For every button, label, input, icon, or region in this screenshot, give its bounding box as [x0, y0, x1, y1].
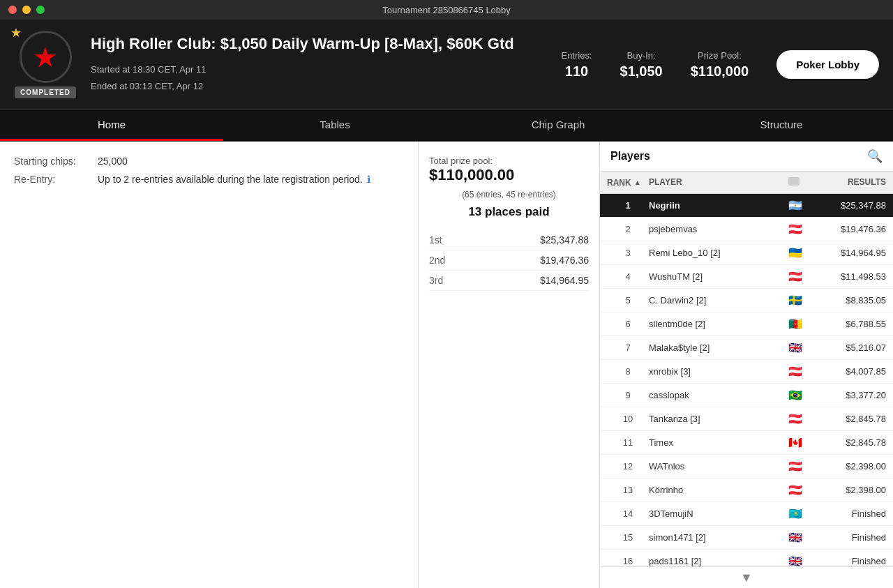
player-flag: 🇧🇷 — [788, 389, 816, 402]
player-name: xnrobix [3] — [649, 366, 788, 377]
starting-chips-label: Starting chips: — [14, 156, 98, 167]
svg-rect-0 — [788, 177, 800, 186]
table-row[interactable]: 9 cassiopak 🇧🇷 $3,377.20 — [600, 384, 893, 407]
player-flag: 🇦🇹 — [788, 223, 816, 236]
table-row[interactable]: 5 C. Darwin2 [2] 🇸🇪 $8,835.05 — [600, 289, 893, 312]
completed-badge: COMPLETED — [15, 86, 76, 98]
player-rank: 3 — [607, 248, 649, 258]
col-results: Results — [816, 177, 886, 188]
table-row[interactable]: 2 psjebemvas 🇦🇹 $19,476.36 — [600, 218, 893, 241]
player-result: Finished — [816, 532, 886, 543]
table-row[interactable]: 14 3DTemujiN 🇰🇿 Finished — [600, 502, 893, 526]
player-rank: 5 — [607, 295, 649, 306]
starting-chips-value: 25,000 — [98, 156, 128, 167]
sort-icon[interactable]: ▲ — [634, 179, 641, 186]
re-entry-value: Up to 2 re-entries available during the … — [98, 174, 363, 185]
main-content: Starting chips: 25,000 Re-Entry: Up to 2… — [0, 142, 893, 588]
prize-pool-label: Prize Pool: — [691, 50, 749, 61]
player-result: $2,845.78 — [816, 414, 886, 424]
player-rank: 2 — [607, 224, 649, 234]
table-row[interactable]: 10 Tankanza [3] 🇦🇹 $2,845.78 — [600, 407, 893, 431]
buyin-label: Buy-In: — [620, 50, 663, 61]
ended-at: Ended at 03:13 CET, Apr 12 — [91, 78, 547, 94]
prize-pos-2: 2nd — [429, 255, 445, 266]
player-name: Malaka$tyle [2] — [649, 342, 788, 353]
places-paid: 13 places paid — [429, 205, 589, 219]
players-table-header: Rank ▲ Player Results — [600, 172, 893, 194]
player-name: C. Darwin2 [2] — [649, 295, 788, 306]
middle-panel: Total prize pool: $110,000.00 (65 entrie… — [419, 142, 600, 588]
tab-chip-graph[interactable]: Chip Graph — [446, 110, 670, 141]
table-row[interactable]: 8 xnrobix [3] 🇦🇹 $4,007.85 — [600, 360, 893, 384]
table-row[interactable]: 6 silentm0de [2] 🇨🇲 $6,788.55 — [600, 312, 893, 336]
player-flag: 🇦🇹 — [788, 365, 816, 378]
player-name: Körrinho — [649, 485, 788, 495]
player-flag: 🇬🇧 — [788, 555, 816, 566]
minimize-button[interactable] — [22, 6, 31, 14]
title-bar: Tournament 2850866745 Lobby — [0, 0, 893, 20]
col-player: Player — [649, 177, 788, 188]
table-row[interactable]: 13 Körrinho 🇦🇹 $2,398.00 — [600, 478, 893, 502]
player-flag: 🇬🇧 — [788, 341, 816, 354]
table-row[interactable]: 11 Timex 🇨🇦 $2,845.78 — [600, 431, 893, 455]
table-row[interactable]: 12 WATnlos 🇦🇹 $2,398.00 — [600, 455, 893, 478]
nav-tabs: Home Tables Chip Graph Structure — [0, 110, 893, 142]
header-stats: Entries: 110 Buy-In: $1,050 Prize Pool: … — [561, 50, 749, 80]
tournament-title: High Roller Club: $1,050 Daily Warm-Up [… — [91, 35, 547, 53]
player-flag: 🇰🇿 — [788, 507, 816, 520]
star-icon: ★ — [10, 25, 22, 40]
prize-pool-value: $110,000 — [691, 63, 749, 80]
player-name: Tankanza [3] — [649, 414, 788, 424]
player-name: silentm0de [2] — [649, 319, 788, 329]
player-flag: 🇸🇪 — [788, 294, 816, 307]
table-row[interactable]: 16 pads1161 [2] 🇬🇧 Finished — [600, 550, 893, 566]
entries-label: Entries: — [561, 50, 592, 61]
pokerstars-logo: ★ — [33, 43, 58, 71]
table-row[interactable]: 4 WushuTM [2] 🇦🇹 $11,498.53 — [600, 265, 893, 289]
maximize-button[interactable] — [36, 6, 45, 14]
player-rank: 9 — [607, 390, 649, 400]
left-panel: Starting chips: 25,000 Re-Entry: Up to 2… — [0, 142, 419, 588]
table-row[interactable]: 3 Remi Lebo_10 [2] 🇺🇦 $14,964.95 — [600, 241, 893, 265]
right-panel: Players 🔍 Rank ▲ Player Results 1 Negrii… — [600, 142, 893, 588]
logo-container: ★ ★ COMPLETED — [14, 31, 77, 98]
player-result: $3,377.20 — [816, 390, 886, 400]
total-prize-pool-amount: $110,000.00 — [429, 166, 589, 184]
poker-lobby-button[interactable]: Poker Lobby — [776, 50, 879, 79]
window-controls — [8, 6, 45, 14]
players-header: Players 🔍 — [600, 142, 893, 172]
players-table[interactable]: 1 Negriin 🇦🇷 $25,347.88 2 psjebemvas 🇦🇹 … — [600, 194, 893, 566]
prize-row-1: 1st $25,347.88 — [429, 230, 589, 250]
logo-circle: ★ — [20, 31, 72, 83]
player-result: Finished — [816, 556, 886, 566]
tab-tables[interactable]: Tables — [223, 110, 446, 141]
player-rank: 14 — [607, 508, 649, 519]
tab-structure[interactable]: Structure — [670, 110, 893, 141]
table-row[interactable]: 1 Negriin 🇦🇷 $25,347.88 — [600, 194, 893, 218]
buyin-value: $1,050 — [620, 63, 663, 80]
table-row[interactable]: 15 simon1471 [2] 🇬🇧 Finished — [600, 526, 893, 550]
info-icon[interactable]: ℹ — [367, 174, 370, 185]
player-flag: 🇨🇦 — [788, 436, 816, 449]
player-name: cassiopak — [649, 390, 788, 400]
player-name: Timex — [649, 437, 788, 448]
table-row[interactable]: 7 Malaka$tyle [2] 🇬🇧 $5,216.07 — [600, 336, 893, 360]
player-name: WATnlos — [649, 461, 788, 472]
entries-info: (65 entries, 45 re-entries) — [429, 190, 589, 199]
prize-pos-3: 3rd — [429, 275, 443, 286]
player-rank: 7 — [607, 342, 649, 353]
re-entry-label: Re-Entry: — [14, 174, 98, 185]
tournament-header: ★ ★ COMPLETED High Roller Club: $1,050 D… — [0, 20, 893, 110]
player-rank: 1 — [607, 200, 649, 211]
scroll-down-icon[interactable]: ▼ — [600, 566, 893, 588]
prize-row-2: 2nd $19,476.36 — [429, 250, 589, 271]
player-name: 3DTemujiN — [649, 508, 788, 519]
player-flag: 🇦🇷 — [788, 199, 816, 212]
player-result: $14,964.95 — [816, 248, 886, 258]
tab-home[interactable]: Home — [0, 110, 223, 141]
buyin-stat: Buy-In: $1,050 — [620, 50, 663, 80]
search-icon[interactable]: 🔍 — [867, 149, 883, 164]
player-result: $2,845.78 — [816, 437, 886, 448]
close-button[interactable] — [8, 6, 17, 14]
header-info: High Roller Club: $1,050 Daily Warm-Up [… — [91, 35, 547, 94]
